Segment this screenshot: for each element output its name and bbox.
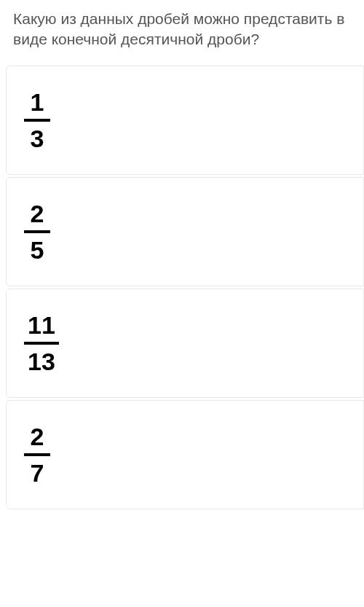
answer-option-1[interactable]: 1 3 (6, 66, 364, 175)
fraction-denominator: 5 (31, 235, 44, 262)
answer-option-3[interactable]: 11 13 (6, 289, 364, 398)
fraction-numerator: 1 (31, 90, 44, 117)
fraction-display: 2 7 (24, 424, 50, 485)
fraction-display: 11 13 (24, 313, 59, 374)
fraction-numerator: 11 (28, 313, 55, 340)
fraction-numerator: 2 (31, 201, 44, 229)
fraction-display: 2 5 (24, 201, 50, 262)
fraction-bar (24, 342, 59, 345)
fraction-numerator: 2 (31, 424, 44, 452)
fraction-bar (24, 119, 50, 122)
fraction-display: 1 3 (24, 90, 50, 151)
fraction-denominator: 7 (31, 458, 44, 485)
fraction-bar (24, 230, 50, 233)
fraction-denominator: 13 (28, 346, 55, 374)
answer-option-2[interactable]: 2 5 (6, 177, 364, 286)
answer-option-4[interactable]: 2 7 (6, 400, 364, 509)
fraction-bar (24, 453, 50, 456)
fraction-denominator: 3 (31, 123, 44, 151)
question-text: Какую из данных дробей можно представить… (0, 0, 364, 63)
